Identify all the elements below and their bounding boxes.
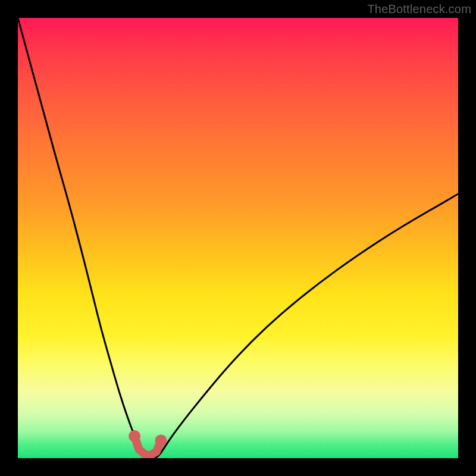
marker-right-dot: [155, 434, 167, 446]
curve-layer: [18, 18, 458, 458]
chart-frame: TheBottleneck.com: [0, 0, 476, 476]
bottleneck-curve: [18, 18, 458, 458]
marker-left-dot: [129, 430, 140, 442]
plot-area: [18, 18, 458, 458]
watermark-text: TheBottleneck.com: [367, 2, 471, 16]
